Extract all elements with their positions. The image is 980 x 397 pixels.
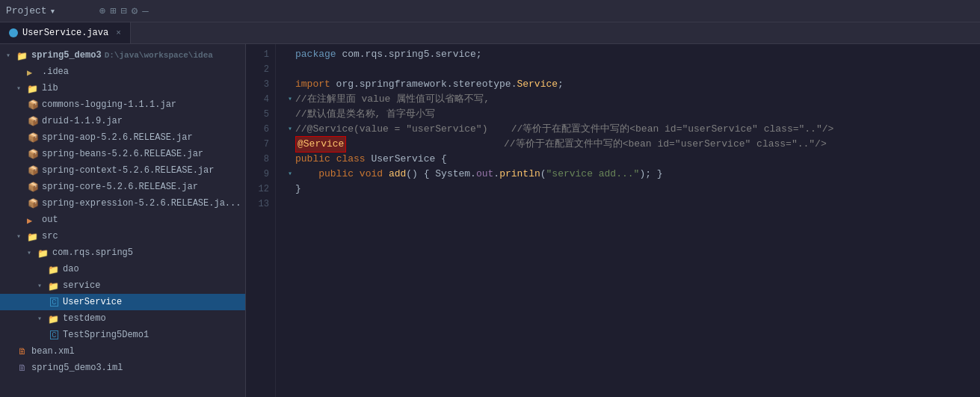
jar-aop-label: spring-aop-5.2.6.RELEASE.jar: [42, 132, 193, 143]
method-add: add: [389, 167, 406, 182]
iml-label: spring5_demo3.iml: [31, 363, 123, 373]
tree-jar-druid[interactable]: 📦 druid-1.1.9.jar: [0, 113, 245, 129]
kw-class: class: [336, 152, 366, 167]
tree-iml[interactable]: 🗎 spring5_demo3.iml: [0, 360, 245, 376]
toolbar-icon-1[interactable]: ⊕: [99, 4, 105, 17]
code-line-6: ▾ //@Service(value = "userService") //等价…: [285, 122, 971, 137]
ln-1: 1: [246, 47, 275, 62]
jar-icon-druid: 📦: [27, 116, 39, 127]
tree-testspring5demo1[interactable]: 🄲 TestSpring5Demo1: [0, 327, 245, 343]
code-line-1: package com.rqs.spring5.service;: [285, 47, 971, 62]
tree-src[interactable]: ▾ 📁 src: [0, 228, 245, 244]
tree-jar-aop[interactable]: 📦 spring-aop-5.2.6.RELEASE.jar: [0, 129, 245, 146]
toolbar-icon-2[interactable]: ⊞: [110, 4, 116, 17]
tree-jar-beans[interactable]: 📦 spring-beans-5.2.6.RELEASE.jar: [0, 146, 245, 162]
code-line-7: @Service //等价于在配置文件中写的<bean id="userServ…: [285, 137, 971, 152]
src-arrow: ▾: [16, 232, 27, 241]
ln-13: 13: [246, 197, 275, 212]
type-service: Service: [517, 77, 558, 92]
service-arrow: ▾: [37, 281, 48, 290]
testspring5-java-icon: 🄲: [48, 330, 60, 340]
ln-5: 5: [246, 107, 275, 122]
code-line-4: ▾ //在注解里面 value 属性值可以省略不写,: [285, 92, 971, 107]
service-label: service: [63, 280, 100, 291]
method-println: println: [499, 167, 540, 182]
root-arrow: ▾: [6, 51, 16, 60]
tree-userservice[interactable]: 🄲 UserService: [0, 294, 245, 310]
kw-public-9: public: [318, 167, 354, 182]
code-line-2: [285, 62, 971, 77]
src-folder-icon: 📁: [27, 232, 39, 241]
ln-3: 3: [246, 77, 275, 92]
tree-service[interactable]: ▾ 📁 service: [0, 277, 245, 294]
plain-package: com.rqs.spring5.service;: [336, 47, 482, 62]
package-root-label: com.rqs.spring5: [52, 247, 133, 258]
tab-close-button[interactable]: ×: [116, 28, 121, 37]
code-line-9: ▾ public void add() { System.out.println…: [285, 167, 971, 182]
dao-label: dao: [63, 264, 79, 274]
ln-12: 12: [246, 182, 275, 197]
root-label: spring5_demo3: [31, 50, 102, 61]
tree-bean-xml[interactable]: 🗎 bean.xml: [0, 343, 245, 360]
bean-xml-label: bean.xml: [31, 346, 75, 357]
idea-folder-icon: ▶: [27, 67, 39, 77]
toolbar-icon-minimize[interactable]: —: [142, 5, 148, 17]
ln-6: 6: [246, 122, 275, 137]
toolbar-icons: ⊕ ⊞ ⊟ ⚙ —: [99, 4, 148, 17]
testdemo-folder-icon: 📁: [48, 314, 60, 324]
code-line-8: public class UserService {: [285, 152, 971, 167]
testspring5-label: TestSpring5Demo1: [63, 330, 149, 340]
plain-close-9: ); }: [639, 167, 662, 182]
tree-jar-core[interactable]: 📦 spring-core-5.2.6.RELEASE.jar: [0, 179, 245, 195]
line-numbers: 1 2 3 4 5 6 7 8 9 12 13: [246, 44, 276, 397]
userservice-label: UserService: [63, 297, 122, 307]
tree-lib[interactable]: ▾ 📁 lib: [0, 80, 245, 96]
lib-folder-icon: 📁: [27, 84, 39, 93]
tree-dao[interactable]: 📁 dao: [0, 261, 245, 277]
tree-jar-expression[interactable]: 📦 spring-expression-5.2.6.RELEASE.ja...: [0, 195, 245, 212]
toolbar: Project ▾ ⊕ ⊞ ⊟ ⚙ —: [0, 0, 980, 22]
plain-import-pkg: org.springframework.stereotype.: [330, 77, 517, 92]
kw-package: package: [295, 47, 336, 62]
tree-jar-context[interactable]: 📦 spring-context-5.2.6.RELEASE.jar: [0, 162, 245, 179]
plain-semi-3: ;: [558, 77, 564, 92]
jar-icon-beans: 📦: [27, 149, 39, 160]
ln-7: 7: [246, 137, 275, 152]
kw-void: void: [360, 167, 383, 182]
lib-label: lib: [42, 83, 58, 93]
testdemo-arrow: ▾: [37, 314, 48, 323]
code-content[interactable]: package com.rqs.spring5.service; import …: [276, 44, 980, 397]
tree-out[interactable]: ▶ out: [0, 212, 245, 228]
tree-jar-commons[interactable]: 📦 commons-logging-1.1.1.jar: [0, 96, 245, 113]
tree-package-root[interactable]: ▾ 📁 com.rqs.spring5: [0, 244, 245, 261]
plain-blank-13: [295, 197, 301, 212]
fold-9[interactable]: ▾: [285, 167, 295, 182]
toolbar-icon-3[interactable]: ⊟: [120, 4, 126, 17]
tree-idea[interactable]: ▶ .idea: [0, 64, 245, 80]
jar-icon-commons: 📦: [27, 99, 39, 111]
bean-xml-icon: 🗎: [16, 346, 28, 357]
fold-6[interactable]: ▾: [285, 122, 295, 137]
plain-close-brace: }: [295, 182, 301, 197]
sidebar: ▾ 📁 spring5_demo3 D:\java\workspace\idea…: [0, 44, 246, 397]
tree-root[interactable]: ▾ 📁 spring5_demo3 D:\java\workspace\idea: [0, 47, 245, 64]
jar-icon-core: 📦: [27, 182, 39, 193]
tab-userservice[interactable]: UserService.java ×: [0, 22, 131, 43]
src-label: src: [42, 231, 58, 241]
fold-4[interactable]: ▾: [285, 92, 295, 107]
tree-testdemo[interactable]: ▾ 📁 testdemo: [0, 310, 245, 327]
tab-java-icon: [9, 28, 18, 37]
project-label-text: Project: [6, 5, 47, 16]
plain-parens-9: () { System.: [406, 167, 476, 182]
annotation-service: @Service: [295, 136, 346, 153]
code-line-3: import org.springframework.stereotype.Se…: [285, 77, 971, 92]
root-folder-icon: 📁: [16, 51, 28, 61]
code-line-13: [285, 197, 971, 212]
tab-label: UserService.java: [22, 28, 108, 38]
userservice-java-icon: 🄲: [48, 298, 60, 307]
plain-blank-2: [295, 62, 301, 77]
project-label[interactable]: Project ▾: [6, 5, 55, 17]
plain-classname: UserService {: [366, 152, 447, 167]
toolbar-icon-settings[interactable]: ⚙: [132, 4, 138, 17]
idea-label: .idea: [42, 67, 69, 77]
